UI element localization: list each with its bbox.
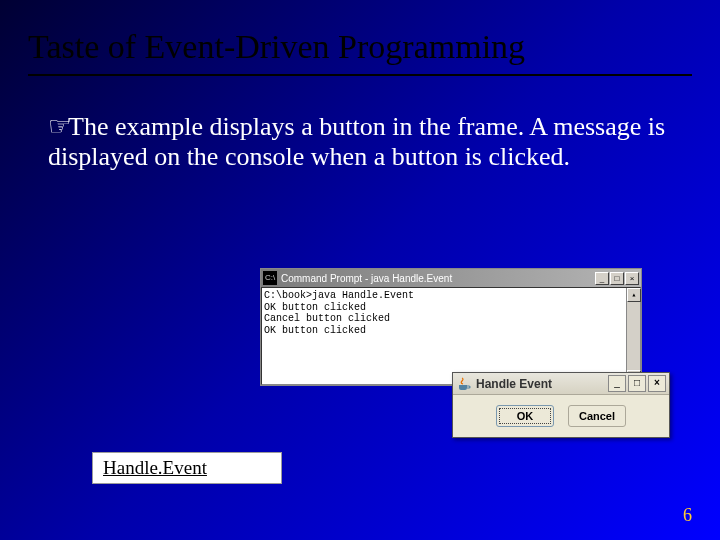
cmd-title-text: Command Prompt - java Handle.Event	[281, 273, 595, 284]
cmd-icon: C:\	[263, 271, 277, 285]
handle-event-link[interactable]: Handle.Event	[103, 457, 207, 479]
body-paragraph: The example displays a button in the fra…	[48, 112, 665, 171]
maximize-button[interactable]: □	[628, 375, 646, 392]
java-title-text: Handle Event	[476, 377, 608, 391]
java-window-controls: _ □ ×	[608, 375, 666, 392]
scroll-up-icon[interactable]: ▴	[627, 288, 641, 302]
cmd-line: OK button clicked	[264, 302, 638, 314]
ok-button[interactable]: OK	[496, 405, 554, 427]
cmd-titlebar[interactable]: C:\ Command Prompt - java Handle.Event _…	[261, 269, 641, 287]
page-number: 6	[683, 505, 692, 526]
minimize-button[interactable]: _	[595, 272, 609, 285]
illustration-group: C:\ Command Prompt - java Handle.Event _…	[260, 268, 670, 386]
scrollbar[interactable]: ▴ ▾	[626, 288, 640, 384]
slide-title: Taste of Event-Driven Programming	[0, 0, 720, 74]
cmd-line: C:\book>java Handle.Event	[264, 290, 638, 302]
close-button[interactable]: ×	[625, 272, 639, 285]
cmd-line: OK button clicked	[264, 325, 638, 337]
cmd-line: Cancel button clicked	[264, 313, 638, 325]
cmd-window-controls: _ □ ×	[595, 272, 639, 285]
minimize-button[interactable]: _	[608, 375, 626, 392]
java-window-body: OK Cancel	[453, 395, 669, 437]
command-prompt-window: C:\ Command Prompt - java Handle.Event _…	[260, 268, 642, 386]
java-cup-icon	[456, 376, 472, 392]
java-swing-window: Handle Event _ □ × OK Cancel	[452, 372, 670, 438]
slide-body: ☞The example displays a button in the fr…	[0, 76, 720, 172]
bullet-icon: ☞	[48, 112, 68, 142]
run-link-box: Handle.Event	[92, 452, 282, 484]
maximize-button[interactable]: □	[610, 272, 624, 285]
java-titlebar[interactable]: Handle Event _ □ ×	[453, 373, 669, 395]
cmd-output-area: C:\book>java Handle.Event OK button clic…	[261, 287, 641, 385]
close-button[interactable]: ×	[648, 375, 666, 392]
cancel-button[interactable]: Cancel	[568, 405, 626, 427]
